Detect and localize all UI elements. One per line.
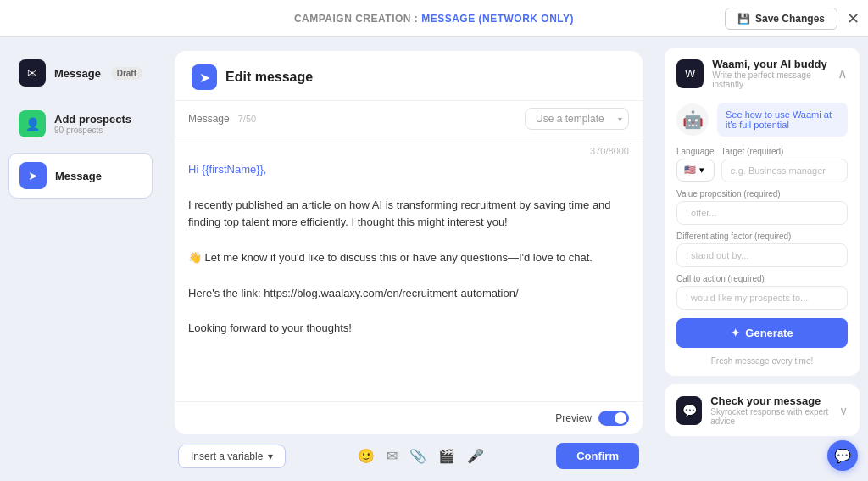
preview-label: Preview: [555, 412, 592, 424]
insert-label: Insert a variable: [191, 450, 263, 462]
insert-variable-button[interactable]: Insert a variable ▾: [178, 445, 286, 468]
waami-avatar: W: [676, 59, 704, 88]
sidebar-item-title-message-app: Message: [54, 67, 103, 80]
generate-note: Fresh message every time!: [676, 356, 848, 366]
target-input[interactable]: [721, 159, 849, 182]
mic-icon[interactable]: 🎤: [467, 448, 484, 464]
edit-panel-bottom: Preview: [175, 401, 643, 434]
cta-input[interactable]: [676, 286, 848, 310]
emoji-icon[interactable]: 🙂: [358, 448, 375, 464]
ai-card-collapse-button[interactable]: ∧: [837, 65, 848, 81]
message-label: Message: [188, 113, 230, 125]
footer-toolbar: Insert a variable ▾ 🙂 ✉ 📎 🎬 🎤 Confirm: [175, 434, 643, 473]
ai-card-header: W Waami, your AI buddy Write the perfect…: [665, 48, 860, 96]
ai-buddy-title: Waami, your AI buddy: [712, 58, 837, 70]
main-layout: ✉ Message Draft 👤 Add prospects 90 prosp…: [0, 37, 868, 481]
content-area: ➤ Edit message Message 7/50 Use a templa…: [161, 37, 656, 481]
waami-banner: 🤖 See how to use Waami at it's full pote…: [665, 96, 860, 147]
mail-icon[interactable]: ✉: [387, 448, 398, 464]
sidebar-item-add-prospects[interactable]: 👤 Add prospects 90 prospects: [8, 102, 153, 146]
check-message-icon: 💬: [676, 396, 702, 425]
save-changes-button[interactable]: 💾 Save Changes: [725, 8, 837, 30]
sidebar-item-message-step[interactable]: ➤ Message: [8, 153, 153, 199]
value-label: Value proposition (required): [676, 189, 848, 199]
sidebar-item-title-message: Message: [55, 170, 142, 182]
body-line5: Looking forward to your thoughts!: [188, 320, 629, 338]
body-line4: Here's the link: https://blog.waalaxy.co…: [188, 285, 629, 303]
ai-title-row: W Waami, your AI buddy Write the perfect…: [676, 58, 837, 89]
save-icon: 💾: [737, 13, 750, 25]
attachment-icon[interactable]: 📎: [409, 448, 426, 464]
generate-icon: ✦: [731, 327, 740, 339]
top-bar: CAMPAIGN CREATION : Message (network onl…: [0, 0, 868, 37]
value-input[interactable]: [676, 201, 848, 225]
message-step-count: 7/50: [238, 114, 256, 124]
cta-label: Call to action (required): [676, 274, 848, 283]
draft-badge: Draft: [111, 67, 142, 80]
check-message-title: Check your message: [710, 394, 839, 407]
message-link: Message (network only): [421, 13, 574, 25]
insert-arrow-icon: ▾: [268, 450, 273, 462]
icon-toolbar: 🙂 ✉ 📎 🎬 🎤: [358, 448, 484, 464]
flag-arrow: ▾: [699, 165, 704, 176]
check-card-chevron: ∨: [839, 404, 848, 417]
edit-panel-title: Edit message: [225, 70, 313, 85]
preview-toggle[interactable]: Preview: [555, 411, 629, 426]
message-toolbar: Message 7/50 Use a template ▾: [175, 101, 643, 137]
diff-label: Differentiating factor (required): [676, 232, 848, 241]
language-label: Language: [676, 147, 715, 156]
generate-button[interactable]: ✦ Generate: [676, 318, 848, 348]
template-selector-wrapper: Use a template ▾: [525, 108, 629, 130]
ai-buddy-card: W Waami, your AI buddy Write the perfect…: [665, 48, 860, 376]
flag-icon: 🇺🇸: [684, 165, 696, 176]
body-line3: 👋 Let me know if you'd like to discuss t…: [188, 249, 629, 267]
campaign-label: CAMPAIGN CREATION :: [294, 13, 418, 25]
right-panel: W Waami, your AI buddy Write the perfect…: [656, 37, 868, 481]
close-button[interactable]: ✕: [847, 11, 860, 26]
sidebar-item-message-app[interactable]: ✉ Message Draft: [8, 51, 153, 95]
message-step-icon: ➤: [19, 162, 47, 189]
sidebar: ✉ Message Draft 👤 Add prospects 90 prosp…: [0, 37, 161, 481]
video-icon[interactable]: 🎬: [438, 448, 455, 464]
language-target-row: Language 🇺🇸 ▾ Target (required): [676, 147, 848, 182]
check-card-left: 💬 Check your message Skyrocket response …: [676, 394, 839, 426]
check-message-card[interactable]: 💬 Check your message Skyrocket response …: [665, 384, 860, 436]
sidebar-item-subtitle-prospects: 90 prospects: [54, 126, 142, 135]
language-select[interactable]: 🇺🇸 ▾: [676, 159, 715, 182]
confirm-button[interactable]: Confirm: [556, 443, 639, 469]
chat-bubble-button[interactable]: 💬: [827, 440, 858, 471]
ai-form: Language 🇺🇸 ▾ Target (required) Value pr…: [665, 147, 860, 376]
chat-bubble-icon: 💬: [834, 448, 851, 464]
message-app-icon: ✉: [19, 59, 46, 87]
diff-input[interactable]: [676, 243, 848, 267]
edit-panel-icon: ➤: [192, 64, 217, 90]
edit-panel: ➤ Edit message Message 7/50 Use a templa…: [175, 51, 643, 434]
generate-label: Generate: [745, 327, 793, 339]
message-content[interactable]: Hi {{firstName}}, I recently published a…: [188, 161, 629, 338]
target-label: Target (required): [721, 147, 849, 156]
check-message-subtitle: Skyrocket response with expert advice: [710, 407, 839, 426]
template-select[interactable]: Use a template: [525, 108, 629, 130]
waami-help-link[interactable]: See how to use Waami at it's full potent…: [717, 103, 848, 137]
char-count: 370/8000: [188, 146, 629, 156]
preview-switch[interactable]: [598, 411, 629, 426]
robot-icon: 🤖: [676, 103, 709, 136]
sidebar-item-title-prospects: Add prospects: [54, 113, 142, 126]
body-line2: I recently published an article on how A…: [188, 197, 629, 232]
ai-buddy-subtitle: Write the perfect message instantly: [712, 70, 837, 89]
message-body: 370/8000 Hi {{firstName}}, I recently pu…: [175, 137, 643, 401]
add-prospects-icon: 👤: [19, 110, 46, 137]
firstname-var: Hi {{firstName}},: [188, 163, 267, 176]
edit-panel-header: ➤ Edit message: [175, 51, 643, 101]
